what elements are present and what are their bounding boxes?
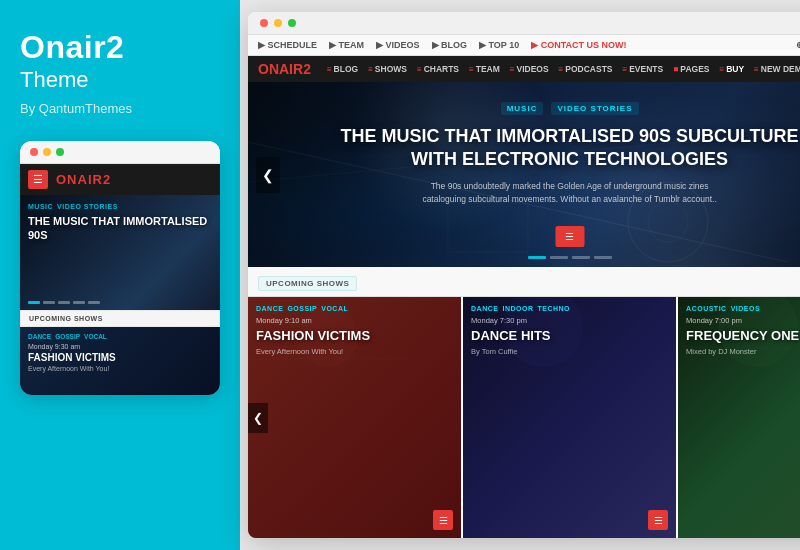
hero-dot-1 <box>28 301 40 304</box>
right-panel: ▶ SCHEDULE ▶ TEAM ▶ VIDEOS ▶ BLOG ▶ TOP … <box>240 0 800 550</box>
mobile-show-tag-dance: DANCE <box>28 333 51 340</box>
mainnav-videos[interactable]: ≡ VIDEOS <box>510 64 549 74</box>
mobile-shows-card: DANCE GOSSIP VOCAL Monday 9:30 am FASHIO… <box>20 327 220 395</box>
desktop-hero-title: THE MUSIC THAT IMMORTALISED 90S SUBCULTU… <box>308 125 800 170</box>
upcoming-shows-bar: UPCOMING SHOWS <box>248 267 800 297</box>
show-card-2-time: Monday 7:30 pm <box>471 316 668 325</box>
mobile-logo: ONAIR2 <box>56 172 111 187</box>
shows-container: ❮ DANCE GOSSIP VOCA <box>248 297 800 538</box>
upcoming-label: UPCOMING SHOWS <box>258 276 357 291</box>
show-card-1-title: FASHION VICTIMS <box>256 328 453 344</box>
dot-yellow <box>43 148 51 156</box>
desktop-hero-content: MUSIC VIDEO STORIES THE MUSIC THAT IMMOR… <box>248 82 800 206</box>
mobile-show-tag-vocal: VOCAL <box>84 333 107 340</box>
show-tag-dance2: DANCE <box>471 305 498 312</box>
d-hero-dot-4 <box>594 256 612 259</box>
desktop-dot-green <box>288 19 296 27</box>
d-hero-dot-3 <box>572 256 590 259</box>
desktop-dot-red <box>260 19 268 27</box>
subnav-schedule[interactable]: ▶ SCHEDULE <box>258 40 317 50</box>
mobile-hero-content: MUSIC VIDEO STORIES THE MUSIC THAT IMMOR… <box>20 195 220 247</box>
show-tag-dance: DANCE <box>256 305 283 312</box>
subnav-top10[interactable]: ▶ TOP 10 <box>479 40 519 50</box>
d-hero-dot-1 <box>528 256 546 259</box>
dot-red <box>30 148 38 156</box>
mobile-hero-dots <box>28 301 100 304</box>
show-tag-techno: TECHNO <box>537 305 570 312</box>
show-card-3-subtitle: Mixed by DJ Monster <box>686 347 800 356</box>
mainnav-charts[interactable]: ≡ CHARTS <box>417 64 459 74</box>
app-subtitle: Theme <box>20 67 220 93</box>
subnav-icon-1: ⊕ <box>796 40 800 50</box>
mainnav-events[interactable]: ≡ EVENTS <box>623 64 664 74</box>
show-tag-videos: VIDEOS <box>731 305 760 312</box>
show-card-2-tags: DANCE INDOOR TECHNO <box>471 305 668 312</box>
mobile-hero-title: THE MUSIC THAT IMMORTALISED 90S <box>28 215 212 243</box>
desktop-mockup: ▶ SCHEDULE ▶ TEAM ▶ VIDEOS ▶ BLOG ▶ TOP … <box>248 12 800 538</box>
show-card-1-icon[interactable]: ☰ <box>433 510 453 530</box>
mainnav-pages[interactable]: ■ PAGES <box>673 64 709 74</box>
mobile-show-title: FASHION VICTIMS <box>28 352 212 364</box>
desktop-logo: ONAIR2 <box>258 61 311 77</box>
mobile-hero: MUSIC VIDEO STORIES THE MUSIC THAT IMMOR… <box>20 195 220 310</box>
mobile-show-tags: DANCE GOSSIP VOCAL <box>28 333 212 340</box>
show-tag-indoor: INDOOR <box>502 305 533 312</box>
show-tag-gossip: GOSSIP <box>287 305 317 312</box>
desktop-dot-yellow <box>274 19 282 27</box>
d-hero-dot-2 <box>550 256 568 259</box>
show-tag-acoustic: ACOUSTIC <box>686 305 727 312</box>
show-card-2-content: DANCE INDOOR TECHNO Monday 7:30 pm DANCE… <box>463 297 676 538</box>
show-card-2-subtitle: By Tom Cuffie <box>471 347 668 356</box>
show-card-1: DANCE GOSSIP VOCAL Monday 9:10 am FASHIO… <box>248 297 463 538</box>
app-title: Onair2 <box>20 30 220 65</box>
desktop-subnav: ▶ SCHEDULE ▶ TEAM ▶ VIDEOS ▶ BLOG ▶ TOP … <box>248 35 800 56</box>
show-card-1-tags: DANCE GOSSIP VOCAL <box>256 305 453 312</box>
show-tag-vocal: VOCAL <box>321 305 348 312</box>
hero-dot-5 <box>88 301 100 304</box>
show-card-2-title: DANCE HITS <box>471 328 668 344</box>
mobile-show-time: Monday 9:30 am <box>28 343 212 350</box>
show-card-3-content: ACOUSTIC VIDEOS Monday 7:00 pm FREQUENCY… <box>678 297 800 538</box>
subnav-contact[interactable]: ▶ CONTACT US NOW! <box>531 40 626 50</box>
mainnav-shows[interactable]: ≡ SHOWS <box>368 64 407 74</box>
app-author: By QantumThemes <box>20 101 220 116</box>
mobile-hero-tags: MUSIC VIDEO STORIES <box>28 203 212 210</box>
desktop-hero-dots <box>528 256 612 259</box>
hero-cta-button[interactable]: ☰ <box>555 226 584 247</box>
show-card-1-time: Monday 9:10 am <box>256 316 453 325</box>
mainnav-blog[interactable]: ≡ BLOG <box>327 64 358 74</box>
mobile-nav-bar: ☰ ONAIR2 <box>20 164 220 195</box>
mainnav-newdemos[interactable]: ≡ NEW DEMOS <box>754 64 800 74</box>
show-card-2-icon[interactable]: ☰ <box>648 510 668 530</box>
mobile-tag-music: MUSIC <box>28 203 53 210</box>
subnav-team[interactable]: ▶ TEAM <box>329 40 364 50</box>
desktop-hero-tag-music: MUSIC <box>501 102 544 115</box>
hero-dot-3 <box>58 301 70 304</box>
hero-dot-4 <box>73 301 85 304</box>
subnav-videos[interactable]: ▶ VIDEOS <box>376 40 420 50</box>
show-card-2: DANCE INDOOR TECHNO Monday 7:30 pm DANCE… <box>463 297 678 538</box>
desktop-main-nav: ONAIR2 ≡ BLOG ≡ SHOWS ≡ CHARTS ≡ TEAM ≡ … <box>248 56 800 82</box>
left-panel: Onair2 Theme By QantumThemes ☰ ONAIR2 MU… <box>0 0 240 550</box>
dot-green <box>56 148 64 156</box>
mobile-mockup: ☰ ONAIR2 MUSIC VIDEO STORIES THE MUSIC T… <box>20 141 220 395</box>
desktop-hero-tag-video: VIDEO STORIES <box>551 102 638 115</box>
hero-prev-button[interactable]: ❮ <box>256 157 280 193</box>
mainnav-podcasts[interactable]: ≡ PODCASTS <box>559 64 613 74</box>
mobile-show-content: DANCE GOSSIP VOCAL Monday 9:30 am FASHIO… <box>20 327 220 378</box>
mobile-top-bar <box>20 141 220 164</box>
mainnav-buy[interactable]: ≡ BUY <box>719 64 744 74</box>
shows-prev-button[interactable]: ❮ <box>248 403 268 433</box>
hero-dot-2 <box>43 301 55 304</box>
mobile-tag-video: VIDEO STORIES <box>57 203 118 210</box>
mobile-hamburger[interactable]: ☰ <box>28 170 48 189</box>
show-card-3-tags: ACOUSTIC VIDEOS <box>686 305 800 312</box>
show-card-3: ACOUSTIC VIDEOS Monday 7:00 pm FREQUENCY… <box>678 297 800 538</box>
subnav-blog[interactable]: ▶ BLOG <box>432 40 468 50</box>
desktop-hero-tags: MUSIC VIDEO STORIES <box>308 102 800 115</box>
mainnav-team[interactable]: ≡ TEAM <box>469 64 500 74</box>
desktop-window-chrome <box>248 12 800 35</box>
show-card-1-content: DANCE GOSSIP VOCAL Monday 9:10 am FASHIO… <box>248 297 461 538</box>
mobile-shows-bar: UPCOMING SHOWS <box>20 310 220 327</box>
shows-row: DANCE GOSSIP VOCAL Monday 9:10 am FASHIO… <box>248 297 800 538</box>
